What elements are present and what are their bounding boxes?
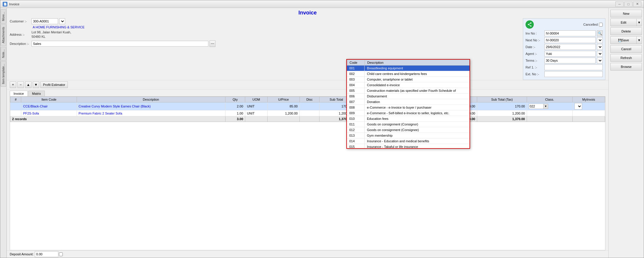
deposit-input[interactable] [35, 251, 58, 257]
class-dropdown-item[interactable]: 008 e-Commerce - e-Invoice to buyer / pu… [347, 105, 470, 110]
ext-no-input[interactable] [544, 71, 603, 77]
cell-item-code: CCE/Black-Chair [21, 102, 77, 110]
agent-label: Agent :- [526, 52, 543, 55]
inv-no-row: Inv No : 🔍 [526, 30, 603, 36]
myinvois-select[interactable] [574, 103, 582, 110]
terms-row: Terms :- ▼ [526, 58, 603, 63]
customer-code-input[interactable] [32, 18, 58, 24]
description-link[interactable]: Premium Fabric 2 Seater Sofa [79, 112, 122, 115]
class-code: 003 [347, 77, 365, 82]
cancel-button[interactable]: Cancel [610, 45, 642, 53]
cancelled-checkbox[interactable] [599, 23, 603, 27]
inv-search-btn[interactable]: 🔍 [597, 30, 603, 36]
description-options-btn[interactable]: ⋯ [210, 40, 215, 47]
class-dropdown-arrow[interactable]: ▼ [543, 104, 548, 109]
ext-no-row: Ext. No :- [526, 71, 603, 77]
add-row-button[interactable]: + [10, 81, 16, 88]
save-button[interactable]: 💾 Save [610, 36, 637, 44]
class-dropdown-item[interactable]: 009 e-Commerce - Self-billed e-Invoice t… [347, 110, 470, 116]
maximize-button[interactable]: □ [624, 1, 633, 7]
class-dropdown-item[interactable]: 013 Gym membership [347, 133, 470, 138]
class-dropdown-body: 001 Breastfeeding equipment 002 Child ca… [347, 66, 470, 148]
customer-name-row: A HOME FURNISHING & SERVICE [10, 25, 520, 29]
invoice-table: # Item Code Description Qty UOM U/Price … [10, 97, 605, 122]
next-no-dropdown[interactable]: ▼ [597, 37, 603, 43]
title-bar: 📄 Invoice ─ □ ✕ [0, 0, 644, 8]
class-dropdown-item[interactable]: 004 Consolidated e-invoice [347, 82, 470, 88]
cell-uom: UNIT [245, 102, 268, 110]
class-dropdown-item[interactable]: 012 Goods on consignment (Consignee) [347, 127, 470, 133]
item-code-link[interactable]: PF2S-Sofa [23, 112, 39, 115]
save-dropdown-arrow[interactable]: ▼ [637, 36, 642, 44]
class-dropdown-item[interactable]: 006 Disbursement [347, 94, 470, 99]
class-desc: Breastfeeding equipment [365, 66, 470, 71]
class-dropdown-item[interactable]: 002 Child care centres and kindergartens… [347, 71, 470, 77]
inv-no-input[interactable] [544, 30, 596, 36]
save-label: Save [622, 38, 629, 42]
cell-num [10, 110, 21, 116]
svg-point-0 [530, 22, 531, 24]
close-button[interactable]: ✕ [633, 1, 641, 7]
class-dropdown-item[interactable]: 010 Education fees [347, 116, 470, 122]
remove-row-button[interactable]: − [17, 81, 24, 88]
terms-input[interactable] [544, 58, 596, 63]
cell-class [527, 110, 572, 116]
tab-invoice[interactable]: Invoice [10, 91, 28, 96]
col-description: Description [77, 97, 225, 102]
form-top: Customer :- ▼ A HOME FURNISHING & SERVIC… [7, 18, 608, 80]
col-uom: UOM [245, 97, 268, 102]
class-desc: Child care centres and kindergartens fee… [365, 71, 470, 76]
move-up-button[interactable]: ▲ [25, 81, 32, 88]
class-input[interactable] [529, 104, 543, 109]
class-dropdown-item[interactable]: 005 Construction materials (as specified… [347, 88, 470, 94]
edit-dropdown-arrow[interactable]: ▼ [637, 19, 642, 26]
footer-uprice [267, 116, 299, 122]
class-code: 007 [347, 99, 365, 104]
date-input[interactable] [544, 44, 596, 50]
class-dropdown-item[interactable]: 011 Goods on consignment (Consignor) [347, 122, 470, 127]
ref1-input[interactable] [544, 64, 603, 70]
class-dropdown-item[interactable]: 003 Computer, smartphone or tablet [347, 77, 470, 82]
description-label: Description :- [10, 42, 30, 45]
footer-myinvois [572, 116, 605, 122]
main-content: More... Attachments Note... Item templat… [0, 8, 644, 258]
terms-dropdown[interactable]: ▼ [597, 58, 603, 63]
item-code-link[interactable]: CCE/Black-Chair [23, 104, 47, 108]
browse-button[interactable]: Browse [610, 63, 642, 71]
date-dropdown[interactable]: ▼ [597, 44, 603, 50]
panel-header: Cancelled [526, 20, 603, 29]
customer-name: A HOME FURNISHING & SERVICE [33, 25, 85, 29]
cell-sub-total-tax: 170.00 [477, 102, 527, 110]
class-code: 014 [347, 138, 365, 144]
tab-matrix[interactable]: Matrix [28, 91, 45, 96]
customer-dropdown[interactable]: ▼ [59, 18, 65, 24]
agent-dropdown[interactable]: ▼ [597, 51, 603, 57]
class-dropdown-item[interactable]: 001 Breastfeeding equipment [347, 66, 470, 71]
share-button[interactable] [526, 20, 534, 29]
move-down-button[interactable]: ▼ [33, 81, 39, 88]
refresh-button[interactable]: Refresh [610, 54, 642, 62]
left-tab-item-template[interactable]: Item template... [1, 61, 6, 87]
class-dropdown-item[interactable]: 007 Donation [347, 99, 470, 105]
left-tab-attachments[interactable]: Attachments [1, 24, 6, 46]
next-no-input[interactable] [544, 37, 596, 43]
agent-input[interactable] [544, 51, 596, 57]
left-tab-more[interactable]: More... [1, 9, 6, 24]
class-dropdown-item[interactable]: 015 Insurance - Takaful or life insuranc… [347, 144, 470, 148]
description-link[interactable]: Creative Curvy Modern Style Eames Chair … [79, 104, 151, 108]
profit-estimator-button[interactable]: Profit Estimator [40, 81, 68, 88]
deposit-checkbox[interactable] [59, 252, 63, 256]
left-tab-note[interactable]: Note... [1, 47, 6, 61]
date-row: Date :- ▼ [526, 44, 603, 50]
minimize-button[interactable]: ─ [615, 1, 624, 7]
description-input[interactable] [32, 41, 208, 47]
footer-qty: 3.00 [225, 116, 245, 122]
class-dropdown-item[interactable]: 014 Insurance - Education and medical be… [347, 138, 470, 144]
cell-qty: 2.00 [225, 102, 245, 110]
col-sub-total-tax: Sub Total (Tax) [477, 97, 527, 102]
new-button[interactable]: New [610, 10, 642, 17]
edit-button[interactable]: Edit [610, 19, 637, 26]
edit-row: Edit ▼ [610, 19, 642, 26]
class-desc: Goods on consignment (Consignee) [365, 127, 470, 133]
delete-button[interactable]: Delete [610, 27, 642, 35]
